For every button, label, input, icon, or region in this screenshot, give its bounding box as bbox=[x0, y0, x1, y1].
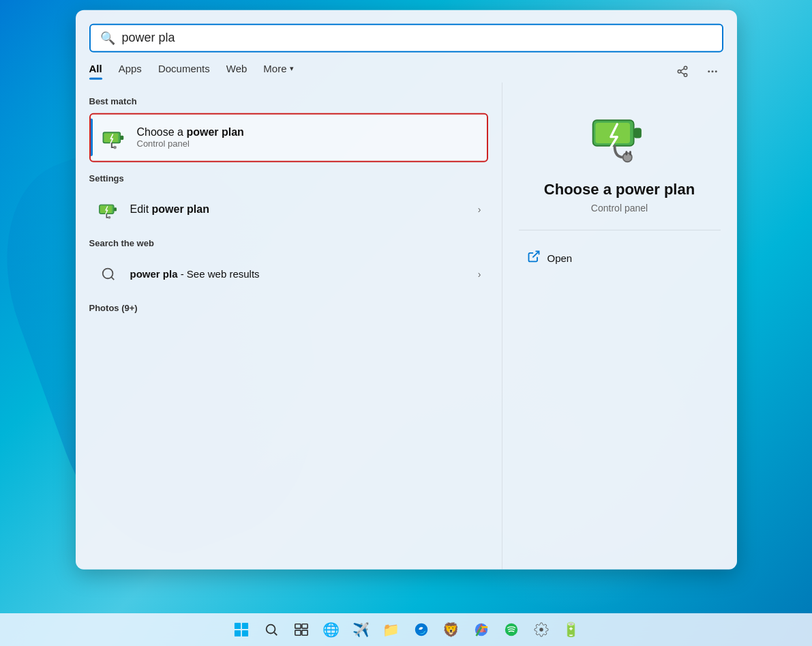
svg-rect-31 bbox=[295, 624, 300, 628]
svg-line-30 bbox=[274, 632, 277, 635]
svg-point-16 bbox=[102, 268, 112, 278]
open-external-icon bbox=[527, 249, 541, 266]
right-panel: Choose a power plan Control panel Open bbox=[502, 82, 737, 569]
svg-rect-9 bbox=[120, 135, 123, 139]
tabs-row: All Apps Documents Web More ▾ bbox=[76, 52, 737, 82]
edit-power-plan-item[interactable]: Edit power plan › bbox=[89, 190, 488, 228]
tab-documents[interactable]: Documents bbox=[158, 63, 210, 80]
web-search-text: power pla - See web results bbox=[130, 268, 260, 280]
svg-line-17 bbox=[111, 277, 114, 280]
svg-rect-23 bbox=[629, 151, 631, 156]
right-panel-app-title: Choose a power plan bbox=[544, 180, 695, 198]
start-button[interactable] bbox=[228, 616, 255, 643]
best-match-item[interactable]: Choose a power plan Control panel bbox=[89, 113, 488, 162]
share-button[interactable] bbox=[672, 60, 693, 82]
svg-point-6 bbox=[711, 70, 713, 72]
left-panel: Best match bbox=[76, 82, 502, 569]
search-magnifier-icon: 🔍 bbox=[100, 30, 115, 45]
edge-button[interactable] bbox=[408, 616, 435, 643]
web-search-icon bbox=[96, 261, 121, 286]
tab-more[interactable]: More ▾ bbox=[263, 63, 293, 80]
search-web-label: Search the web bbox=[89, 237, 488, 248]
right-panel-app-subtitle: Control panel bbox=[591, 202, 648, 213]
taskbar-search-button[interactable] bbox=[258, 616, 285, 643]
svg-point-29 bbox=[266, 625, 275, 634]
open-label: Open bbox=[547, 252, 573, 263]
svg-rect-19 bbox=[633, 128, 641, 138]
edit-power-plan-chevron-icon: › bbox=[478, 203, 481, 214]
widgets-button[interactable]: 🌐 bbox=[318, 616, 345, 643]
settings-section-label: Settings bbox=[89, 173, 488, 183]
best-match-item-title: Choose a power plan bbox=[137, 126, 244, 138]
edit-power-plan-icon bbox=[96, 196, 121, 221]
web-search-item[interactable]: power pla - See web results › bbox=[89, 254, 488, 293]
search-bar-container: 🔍 bbox=[76, 10, 737, 52]
files-button[interactable]: 📁 bbox=[378, 616, 405, 643]
spotify-button[interactable] bbox=[498, 616, 525, 643]
more-options-button[interactable] bbox=[702, 60, 723, 82]
taskview-button[interactable] bbox=[288, 616, 315, 643]
settings-button[interactable] bbox=[528, 616, 555, 643]
svg-rect-28 bbox=[241, 630, 247, 636]
svg-point-5 bbox=[708, 70, 710, 72]
svg-rect-33 bbox=[295, 630, 300, 635]
chevron-down-icon: ▾ bbox=[290, 64, 294, 73]
tab-apps[interactable]: Apps bbox=[119, 63, 142, 80]
taskbar: 🌐 ✈️ 📁 🦁 bbox=[0, 613, 812, 646]
edit-power-plan-text: Edit power plan bbox=[130, 203, 209, 215]
svg-line-24 bbox=[532, 251, 539, 257]
tabs-actions bbox=[672, 60, 723, 82]
telegram-button[interactable]: ✈️ bbox=[348, 616, 375, 643]
photos-label: Photos (9+) bbox=[89, 302, 488, 312]
search-panel: 🔍 All Apps Documents Web More ▾ bbox=[76, 10, 737, 569]
svg-point-2 bbox=[684, 73, 687, 76]
tab-web[interactable]: Web bbox=[226, 63, 247, 80]
tab-all[interactable]: All bbox=[89, 63, 102, 80]
svg-rect-25 bbox=[234, 623, 240, 629]
svg-point-1 bbox=[678, 70, 681, 73]
web-search-chevron-icon: › bbox=[478, 268, 481, 279]
search-bar: 🔍 bbox=[89, 23, 723, 52]
battery-taskbar-button[interactable]: 🔋 bbox=[558, 616, 585, 643]
svg-point-11 bbox=[113, 145, 117, 149]
search-input[interactable] bbox=[122, 31, 712, 45]
svg-point-37 bbox=[505, 623, 517, 636]
svg-point-15 bbox=[108, 216, 110, 218]
edit-power-plan-title: Edit power plan bbox=[130, 203, 209, 215]
svg-rect-27 bbox=[234, 630, 240, 636]
svg-rect-32 bbox=[301, 624, 307, 628]
desktop: 🔍 All Apps Documents Web More ▾ bbox=[0, 0, 812, 646]
svg-point-7 bbox=[715, 70, 717, 72]
svg-point-0 bbox=[684, 66, 687, 70]
svg-rect-22 bbox=[625, 151, 627, 156]
svg-line-4 bbox=[680, 68, 684, 70]
svg-line-3 bbox=[680, 72, 684, 74]
brave-button[interactable]: 🦁 bbox=[438, 616, 465, 643]
right-panel-app-icon bbox=[587, 102, 652, 168]
svg-rect-26 bbox=[241, 623, 247, 629]
content-area: Best match bbox=[76, 82, 737, 569]
best-match-label: Best match bbox=[89, 96, 488, 106]
chrome-button[interactable] bbox=[468, 616, 495, 643]
power-plan-icon bbox=[100, 123, 127, 151]
svg-rect-13 bbox=[114, 207, 117, 211]
right-panel-divider bbox=[519, 229, 721, 230]
svg-rect-34 bbox=[301, 630, 307, 635]
best-match-item-subtitle: Control panel bbox=[137, 138, 244, 149]
best-match-item-text: Choose a power plan Control panel bbox=[137, 126, 244, 149]
open-button[interactable]: Open bbox=[519, 244, 721, 271]
